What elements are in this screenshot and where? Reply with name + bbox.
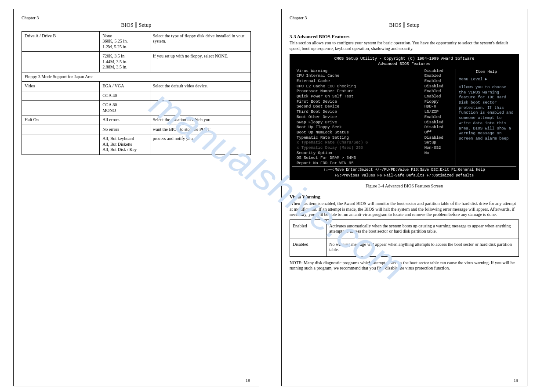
table-row: 720K, 3.5 in. 1.44M, 3.5 in. 2.88M, 3.5 … — [22, 52, 251, 72]
cell: EGA / VGA — [100, 82, 150, 91]
bios-item-names: Virus WarningCPU Internal CacheExternal … — [292, 69, 424, 166]
cell: Halt On — [22, 115, 100, 125]
title-cursor-icon — [135, 22, 137, 28]
table-row: Floppy 3 Mode Support for Japan Area — [22, 72, 251, 82]
bios-columns: Virus WarningCPU Internal CacheExternal … — [292, 69, 516, 166]
title-right-word: Setup — [139, 22, 152, 28]
bios-header-line1: CMOS Setup Utility - Copyright (C) 1984-… — [292, 57, 516, 62]
cell: All, But keyboard All, But Diskette All,… — [100, 134, 150, 155]
bios-footer-line2: F5:Previous Values F6:Fail-Safe Defaults… — [292, 173, 516, 178]
figure-caption: Figure 3-4 Advanced BIOS Features Screen — [290, 183, 519, 189]
cell — [22, 52, 100, 72]
cell: Enabled — [290, 219, 326, 238]
cell: No errors — [100, 125, 150, 134]
cell: No warning message will appear when anyt… — [326, 238, 519, 256]
page-left: Chapter 3 BIOS Setup Drive A / Drive B N… — [13, 9, 259, 386]
bios-menu-level: Menu Level ► — [459, 77, 514, 83]
bios-header-line2: Advanced BIOS Features — [292, 62, 516, 67]
table-row: CGA 40 — [22, 91, 251, 101]
page-title-right: BIOS Setup — [290, 22, 519, 29]
table-row: Video EGA / VGA Select the default video… — [22, 82, 251, 91]
cell: Select the situation in which you — [150, 115, 250, 125]
cell: process and notify you. — [150, 134, 250, 155]
title-left-word: BIOS — [389, 22, 402, 28]
page-number: 18 — [246, 378, 250, 384]
cell: Disabled — [290, 238, 326, 256]
cell: want the BIOS to stop the POST — [150, 125, 250, 134]
cell: Floppy 3 Mode Support for Japan Area — [22, 72, 251, 82]
table-row: Halt On All errors Select the situation … — [22, 115, 251, 125]
cell: 720K, 3.5 in. 1.44M, 3.5 in. 2.88M, 3.5 … — [100, 52, 150, 72]
title-cursor-icon — [403, 22, 405, 28]
table-row: All, But keyboard All, But Diskette All,… — [22, 134, 251, 155]
page-right: Chapter 3 BIOS Setup 3-3 Advanced BIOS F… — [281, 9, 527, 386]
cell: CGA 80 MONO — [100, 101, 150, 115]
cell: If you set up with no floppy, select NON… — [150, 52, 250, 72]
chapter-label: Chapter 3 — [290, 15, 519, 21]
cell: Drive A / Drive B — [22, 31, 100, 52]
cell — [22, 134, 100, 155]
cmos-options-table: Drive A / Drive B None 360K, 5.25 in. 1.… — [22, 31, 251, 155]
cell — [22, 125, 100, 134]
section-heading: 3-3 Advanced BIOS Features — [290, 34, 519, 40]
table-row: Drive A / Drive B None 360K, 5.25 in. 1.… — [22, 31, 251, 52]
page-spread: Chapter 3 BIOS Setup Drive A / Drive B N… — [13, 9, 542, 386]
bios-help-title: Item Help — [459, 70, 514, 75]
table-row: Disabled No warning message will appear … — [290, 238, 519, 256]
cell: Video — [22, 82, 100, 91]
cell: CGA 40 — [100, 91, 150, 101]
cell — [22, 101, 100, 115]
cell: Select the type of floppy disk drive ins… — [150, 31, 250, 52]
bios-footer-line1: ↑↓→←:Move Enter:Select +/-/PU/PD:Value F… — [292, 166, 516, 173]
cell: None 360K, 5.25 in. 1.2M, 5.25 in. — [100, 31, 150, 52]
table-row: CGA 80 MONO — [22, 101, 251, 115]
cell: All errors — [100, 115, 150, 125]
subsection-heading: Virus Warning — [290, 194, 519, 200]
table-row: Enabled Activates automatically when the… — [290, 219, 519, 238]
cell — [150, 101, 250, 115]
bios-screenshot: CMOS Setup Utility - Copyright (C) 1984-… — [290, 54, 519, 180]
bios-item-values: DisabledEnabledEnabledDisabledEnabledEna… — [424, 69, 456, 166]
cell: Activates automatically when the system … — [326, 219, 519, 238]
cell — [150, 91, 250, 101]
title-left-word: BIOS — [121, 22, 134, 28]
bios-help-pane: Item Help Menu Level ► Allows you to cho… — [456, 69, 516, 166]
cell: Select the default video device. — [150, 82, 250, 91]
cell — [22, 91, 100, 101]
table-row: No errors want the BIOS to stop the POST — [22, 125, 251, 134]
title-right-word: Setup — [407, 22, 420, 28]
page-number: 19 — [514, 378, 518, 384]
note-text: NOTE: Many disk diagnostic programs whic… — [290, 260, 519, 271]
virus-option-table: Enabled Activates automatically when the… — [290, 219, 519, 257]
page-title-left: BIOS Setup — [22, 22, 251, 29]
intro-text: This section allows you to configure you… — [290, 40, 519, 51]
bios-help-body: Allows you to choose the VIRUS warning f… — [459, 85, 514, 142]
virus-warning-body: When this item is enabled, the Award BIO… — [290, 201, 519, 218]
chapter-label: Chapter 3 — [22, 15, 251, 21]
